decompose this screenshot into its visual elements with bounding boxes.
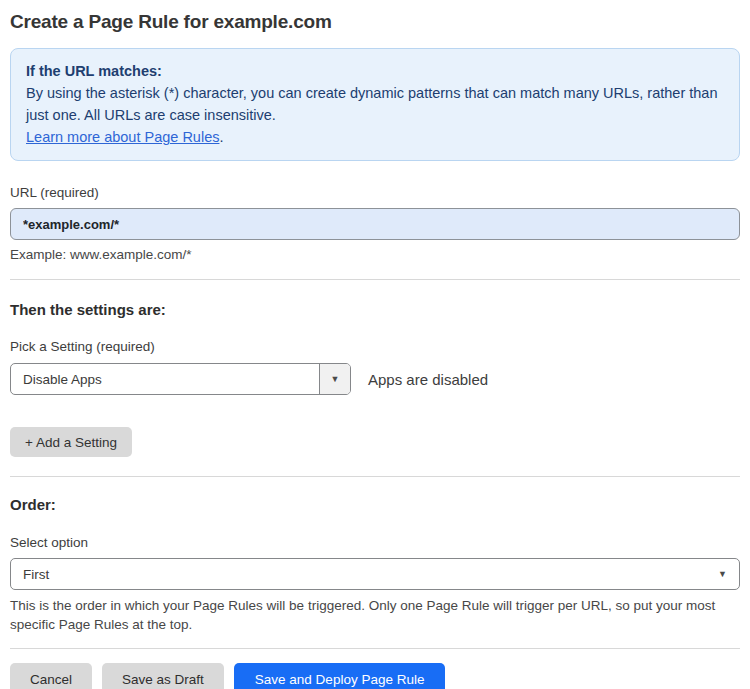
info-box-link-line: Learn more about Page Rules. [26, 126, 724, 148]
link-suffix-period: . [219, 129, 223, 145]
url-field-label: URL (required) [10, 185, 740, 201]
setting-select[interactable]: Disable Apps ▼ [10, 363, 351, 395]
setting-select-arrow-button[interactable]: ▼ [319, 364, 350, 394]
chevron-down-icon: ▼ [718, 570, 727, 579]
chevron-down-icon: ▼ [331, 375, 340, 384]
order-select-value: First [23, 567, 49, 582]
info-box-heading: If the URL matches: [26, 60, 724, 82]
order-helper-text: This is the order in which your Page Rul… [10, 596, 740, 634]
save-as-draft-button[interactable]: Save as Draft [102, 663, 224, 689]
create-page-rule-form: Create a Page Rule for example.com If th… [0, 0, 750, 689]
setting-row: Disable Apps ▼ Apps are disabled [10, 363, 740, 395]
url-example-helper: Example: www.example.com/* [10, 247, 740, 263]
pick-setting-label: Pick a Setting (required) [10, 339, 740, 355]
form-actions: Cancel Save as Draft Save and Deploy Pag… [10, 663, 740, 689]
setting-select-value: Disable Apps [11, 364, 319, 394]
settings-section-heading: Then the settings are: [10, 301, 740, 319]
save-and-deploy-button[interactable]: Save and Deploy Page Rule [234, 663, 446, 689]
learn-more-link[interactable]: Learn more about Page Rules [26, 129, 219, 145]
info-box-body: By using the asterisk (*) character, you… [26, 82, 724, 126]
setting-status-text: Apps are disabled [368, 371, 488, 388]
divider-after-url [10, 279, 740, 280]
select-option-label: Select option [10, 535, 740, 551]
url-input[interactable] [10, 208, 740, 240]
divider-before-actions [10, 648, 740, 649]
page-title: Create a Page Rule for example.com [10, 10, 740, 33]
order-section-heading: Order: [10, 496, 740, 514]
divider-after-settings [10, 476, 740, 477]
url-match-info-box: If the URL matches: By using the asteris… [10, 48, 740, 161]
cancel-button[interactable]: Cancel [10, 663, 92, 689]
order-select[interactable]: First ▼ [10, 558, 740, 590]
add-setting-button[interactable]: + Add a Setting [10, 427, 132, 457]
